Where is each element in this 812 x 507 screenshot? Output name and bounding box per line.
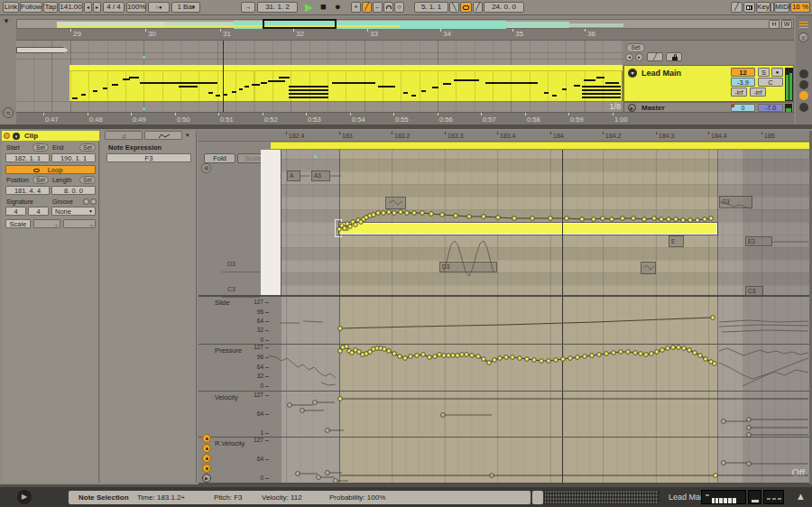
sharp-row-shade [281,247,809,260]
row-line [281,285,809,286]
sharp-row-shade [281,159,809,171]
arrangement-playhead [223,41,224,112]
dot-icon [206,438,208,440]
lane-button-2[interactable] [202,444,211,453]
dot-icon [206,447,208,450]
insert-marker [562,150,563,483]
row-line [281,235,809,235]
dot-icon [206,467,208,470]
editor-bottom-border [198,483,809,484]
selected-midi-note[interactable]: F3 [339,223,717,235]
sharp-row-shade [281,184,809,197]
row-line [281,150,809,151]
lane-button-1[interactable] [202,434,211,443]
row-line [281,171,809,172]
lane-button-3[interactable] [202,454,211,463]
dot-icon [206,457,208,460]
scale-highlight-off-label: Off [774,467,805,478]
lane-separator[interactable] [198,437,809,438]
lane-separator[interactable] [198,295,809,297]
lane-separator[interactable] [198,391,809,392]
note-start-line [339,150,340,483]
sharp-row-shade [281,209,809,222]
note-pitch-label: F3 [342,226,349,232]
piano-keyboard[interactable] [261,150,281,296]
lane-separator[interactable] [198,344,809,345]
row-line [281,209,809,210]
row-line [281,159,809,160]
ableton-live-window: Link Follow Tap 141.00 ◂ ▸ 4 / 4 100% ○●… [0,0,812,507]
row-line [281,272,809,273]
lane-button-4[interactable] [202,464,211,473]
note-end-line [717,150,718,483]
editor-start-marker-icon: ▾ [314,153,318,161]
row-line [281,247,809,248]
row-line [281,184,809,185]
sharp-row-shade [281,272,809,285]
lane-play-button[interactable]: ▶ [202,474,211,483]
row-line [281,197,809,198]
row-line [281,260,809,261]
